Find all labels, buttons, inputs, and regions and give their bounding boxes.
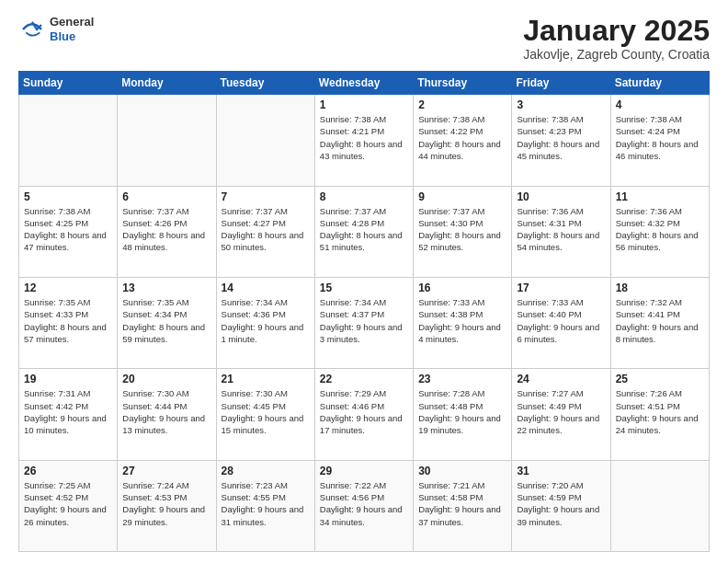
page: General Blue January 2025 Jakovlje, Zagr… (0, 0, 728, 563)
day-info: Sunrise: 7:36 AM Sunset: 4:31 PM Dayligh… (517, 205, 605, 254)
day-info: Sunrise: 7:33 AM Sunset: 4:40 PM Dayligh… (517, 296, 605, 345)
calendar-cell: 28Sunrise: 7:23 AM Sunset: 4:55 PM Dayli… (216, 460, 314, 551)
calendar-cell: 29Sunrise: 7:22 AM Sunset: 4:56 PM Dayli… (314, 460, 413, 551)
day-info: Sunrise: 7:24 AM Sunset: 4:53 PM Dayligh… (122, 479, 210, 528)
calendar-cell: 5Sunrise: 7:38 AM Sunset: 4:25 PM Daylig… (19, 186, 118, 277)
day-info: Sunrise: 7:37 AM Sunset: 4:28 PM Dayligh… (320, 205, 408, 254)
day-info: Sunrise: 7:38 AM Sunset: 4:25 PM Dayligh… (24, 205, 112, 254)
calendar-cell: 1Sunrise: 7:38 AM Sunset: 4:21 PM Daylig… (314, 95, 413, 186)
day-number: 19 (24, 373, 112, 385)
calendar-cell (19, 95, 118, 186)
day-number: 11 (616, 190, 704, 203)
calendar-cell: 16Sunrise: 7:33 AM Sunset: 4:38 PM Dayli… (414, 277, 512, 368)
day-info: Sunrise: 7:38 AM Sunset: 4:23 PM Dayligh… (517, 113, 605, 162)
calendar-cell: 9Sunrise: 7:37 AM Sunset: 4:30 PM Daylig… (414, 186, 512, 277)
day-number: 31 (517, 465, 605, 477)
day-number: 15 (320, 282, 408, 294)
day-info: Sunrise: 7:36 AM Sunset: 4:32 PM Dayligh… (616, 205, 704, 254)
day-number: 3 (517, 98, 605, 111)
calendar-cell: 8Sunrise: 7:37 AM Sunset: 4:28 PM Daylig… (314, 186, 413, 277)
calendar-cell: 11Sunrise: 7:36 AM Sunset: 4:32 PM Dayli… (610, 186, 709, 277)
day-info: Sunrise: 7:34 AM Sunset: 4:37 PM Dayligh… (320, 296, 408, 345)
calendar-cell: 13Sunrise: 7:35 AM Sunset: 4:34 PM Dayli… (118, 277, 216, 368)
calendar-cell: 4Sunrise: 7:38 AM Sunset: 4:24 PM Daylig… (610, 95, 709, 186)
day-info: Sunrise: 7:37 AM Sunset: 4:26 PM Dayligh… (122, 205, 210, 254)
calendar-cell: 22Sunrise: 7:29 AM Sunset: 4:46 PM Dayli… (314, 369, 413, 460)
day-number: 21 (222, 373, 310, 385)
day-number: 25 (616, 373, 704, 385)
day-number: 2 (418, 98, 506, 111)
calendar-cell: 12Sunrise: 7:35 AM Sunset: 4:33 PM Dayli… (19, 277, 118, 368)
day-number: 12 (24, 282, 112, 294)
calendar-cell: 26Sunrise: 7:25 AM Sunset: 4:52 PM Dayli… (19, 460, 118, 551)
day-info: Sunrise: 7:21 AM Sunset: 4:58 PM Dayligh… (418, 479, 506, 528)
day-info: Sunrise: 7:30 AM Sunset: 4:44 PM Dayligh… (122, 387, 210, 436)
calendar-week-row: 19Sunrise: 7:31 AM Sunset: 4:42 PM Dayli… (19, 369, 710, 460)
day-number: 29 (320, 465, 408, 477)
day-info: Sunrise: 7:22 AM Sunset: 4:56 PM Dayligh… (320, 479, 408, 528)
weekday-friday: Friday (512, 72, 610, 95)
day-number: 17 (517, 282, 605, 294)
day-number: 28 (222, 465, 310, 477)
day-info: Sunrise: 7:38 AM Sunset: 4:22 PM Dayligh… (418, 113, 506, 162)
location: Jakovlje, Zagreb County, Croatia (523, 47, 710, 62)
calendar-week-row: 5Sunrise: 7:38 AM Sunset: 4:25 PM Daylig… (19, 186, 710, 277)
day-info: Sunrise: 7:31 AM Sunset: 4:42 PM Dayligh… (24, 387, 112, 436)
calendar-cell: 31Sunrise: 7:20 AM Sunset: 4:59 PM Dayli… (512, 460, 610, 551)
day-number: 6 (122, 190, 210, 203)
calendar-cell: 18Sunrise: 7:32 AM Sunset: 4:41 PM Dayli… (610, 277, 709, 368)
day-number: 22 (320, 373, 408, 385)
calendar-cell: 2Sunrise: 7:38 AM Sunset: 4:22 PM Daylig… (414, 95, 512, 186)
day-info: Sunrise: 7:28 AM Sunset: 4:48 PM Dayligh… (418, 387, 506, 436)
weekday-header-row: Sunday Monday Tuesday Wednesday Thursday… (19, 72, 710, 95)
calendar-table: Sunday Monday Tuesday Wednesday Thursday… (18, 71, 710, 552)
day-info: Sunrise: 7:25 AM Sunset: 4:52 PM Dayligh… (24, 479, 112, 528)
calendar-cell (216, 95, 314, 186)
calendar-cell: 15Sunrise: 7:34 AM Sunset: 4:37 PM Dayli… (314, 277, 413, 368)
calendar-cell: 23Sunrise: 7:28 AM Sunset: 4:48 PM Dayli… (414, 369, 512, 460)
day-info: Sunrise: 7:35 AM Sunset: 4:33 PM Dayligh… (24, 296, 112, 345)
calendar-week-row: 12Sunrise: 7:35 AM Sunset: 4:33 PM Dayli… (19, 277, 710, 368)
calendar-cell: 3Sunrise: 7:38 AM Sunset: 4:23 PM Daylig… (512, 95, 610, 186)
day-number: 10 (517, 190, 605, 203)
day-info: Sunrise: 7:38 AM Sunset: 4:21 PM Dayligh… (320, 113, 408, 162)
day-number: 30 (418, 465, 506, 477)
day-number: 18 (616, 282, 704, 294)
calendar-cell: 6Sunrise: 7:37 AM Sunset: 4:26 PM Daylig… (118, 186, 216, 277)
calendar-cell (118, 95, 216, 186)
day-number: 23 (418, 373, 506, 385)
calendar-cell: 19Sunrise: 7:31 AM Sunset: 4:42 PM Dayli… (19, 369, 118, 460)
day-info: Sunrise: 7:26 AM Sunset: 4:51 PM Dayligh… (616, 387, 704, 436)
header: General Blue January 2025 Jakovlje, Zagr… (18, 15, 710, 62)
day-info: Sunrise: 7:30 AM Sunset: 4:45 PM Dayligh… (222, 387, 310, 436)
calendar-cell: 7Sunrise: 7:37 AM Sunset: 4:27 PM Daylig… (216, 186, 314, 277)
day-number: 7 (222, 190, 310, 203)
day-number: 13 (122, 282, 210, 294)
day-number: 1 (320, 98, 408, 111)
day-info: Sunrise: 7:20 AM Sunset: 4:59 PM Dayligh… (517, 479, 605, 528)
calendar-cell (610, 460, 709, 551)
day-info: Sunrise: 7:35 AM Sunset: 4:34 PM Dayligh… (122, 296, 210, 345)
calendar-cell: 17Sunrise: 7:33 AM Sunset: 4:40 PM Dayli… (512, 277, 610, 368)
title-block: January 2025 Jakovlje, Zagreb County, Cr… (523, 15, 710, 62)
day-number: 14 (222, 282, 310, 294)
logo-blue-text: Blue (50, 29, 94, 44)
calendar-week-row: 1Sunrise: 7:38 AM Sunset: 4:21 PM Daylig… (19, 95, 710, 186)
logo: General Blue (18, 15, 94, 43)
calendar-cell: 27Sunrise: 7:24 AM Sunset: 4:53 PM Dayli… (118, 460, 216, 551)
day-number: 20 (122, 373, 210, 385)
calendar-cell: 24Sunrise: 7:27 AM Sunset: 4:49 PM Dayli… (512, 369, 610, 460)
calendar-cell: 30Sunrise: 7:21 AM Sunset: 4:58 PM Dayli… (414, 460, 512, 551)
weekday-tuesday: Tuesday (216, 72, 314, 95)
day-info: Sunrise: 7:38 AM Sunset: 4:24 PM Dayligh… (616, 113, 704, 162)
day-info: Sunrise: 7:37 AM Sunset: 4:30 PM Dayligh… (418, 205, 506, 254)
calendar-cell: 25Sunrise: 7:26 AM Sunset: 4:51 PM Dayli… (610, 369, 709, 460)
day-number: 8 (320, 190, 408, 203)
day-info: Sunrise: 7:33 AM Sunset: 4:38 PM Dayligh… (418, 296, 506, 345)
weekday-sunday: Sunday (19, 72, 118, 95)
calendar-cell: 14Sunrise: 7:34 AM Sunset: 4:36 PM Dayli… (216, 277, 314, 368)
logo-general-text: General (50, 15, 94, 29)
day-number: 5 (24, 190, 112, 203)
day-info: Sunrise: 7:23 AM Sunset: 4:55 PM Dayligh… (222, 479, 310, 528)
day-info: Sunrise: 7:37 AM Sunset: 4:27 PM Dayligh… (222, 205, 310, 254)
